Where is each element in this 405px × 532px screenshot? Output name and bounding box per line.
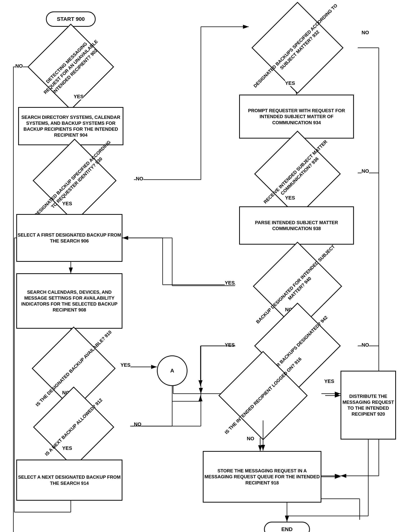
node-920-label: DISTRIBUTE THE MESSAGING REQUEST TO THE … xyxy=(341,393,395,417)
label-916-no: NO xyxy=(247,436,254,442)
label-912-yes: YES xyxy=(62,445,72,451)
label-932-no: NO xyxy=(362,30,369,36)
label-910-yes: YES xyxy=(121,362,130,368)
node-908: SEARCH CALENDARS, DEVICES, AND MESSAGE S… xyxy=(16,273,122,329)
label-912-no: NO xyxy=(134,421,141,427)
node-938-label: PARSE INTENDED SUBJECT MATTER COMMUNICAT… xyxy=(240,220,353,231)
end-node: END xyxy=(264,522,310,532)
label-930-no: NO xyxy=(136,176,143,182)
label-942-yes: YES xyxy=(225,342,235,348)
end-label: END xyxy=(281,526,292,532)
node-912-label: IS A NEXT BACKUP ALLOWED? 912 xyxy=(44,397,104,457)
node-914: SELECT A NEXT DESIGNATED BACKUP FROM THE… xyxy=(16,460,122,501)
node-908-label: SEARCH CALENDARS, DEVICES, AND MESSAGE S… xyxy=(17,289,122,313)
label-936-yes: YES xyxy=(285,195,295,201)
label-916-yes: YES xyxy=(324,378,334,384)
node-912: IS A NEXT BACKUP ALLOWED? 912 xyxy=(15,404,132,450)
label-940-yes: YES xyxy=(225,280,235,286)
label-902-yes: YES xyxy=(74,94,84,99)
label-942-no: NO xyxy=(362,342,369,348)
node-902: DETECTING MESSAGING REQUEST FOR AN UNAVA… xyxy=(25,37,117,97)
circle-a-label: A xyxy=(170,368,174,374)
label-936-no: NO xyxy=(362,168,369,174)
label-902-no: NO xyxy=(15,63,23,69)
node-906: SELECT A FIRST DESIGNATED BACKUP FROM TH… xyxy=(16,214,122,262)
label-932-yes: YES xyxy=(285,80,295,86)
node-918-label: STORE THE MESSAGING REQUEST IN A MESSAGI… xyxy=(203,468,321,486)
node-902-label: DETECTING MESSAGING REQUEST FOR AN UNAVA… xyxy=(37,33,105,101)
node-906-label: SELECT A FIRST DESIGNATED BACKUP FROM TH… xyxy=(17,232,122,244)
node-930: DESIGNATED BACKUP SPECIFIED ACCORDING TO… xyxy=(15,158,134,204)
node-932: DESIGNATED BACKUPS SPECIFIED ACCORDING T… xyxy=(235,12,360,84)
circle-a: A xyxy=(157,355,188,386)
node-920: DISTRIBUTE THE MESSAGING REQUEST TO THE … xyxy=(341,371,396,440)
node-910: IS THE DESIGNATED BACKUP AVAILABLE? 910 xyxy=(15,344,132,393)
flowchart-container: START 900 DETECTING MESSAGING REQUEST FO… xyxy=(0,0,405,532)
node-930-label: DESIGNATED BACKUP SPECIFIED ACCORDING TO… xyxy=(32,138,117,223)
node-934-label: PROMPT REQUESTER WITH REQUEST FOR INTEND… xyxy=(240,108,353,125)
node-932-label: DESIGNATED BACKUPS SPECIFIED ACCORDING T… xyxy=(252,2,343,93)
node-914-label: SELECT A NEXT DESIGNATED BACKUP FROM THE… xyxy=(17,474,122,486)
node-936: RECEIVE INTENDED SUBJECT MATTER COMMUNIC… xyxy=(235,151,360,197)
node-918: STORE THE MESSAGING REQUEST IN A MESSAGI… xyxy=(203,451,321,503)
node-938: PARSE INTENDED SUBJECT MATTER COMMUNICAT… xyxy=(239,206,354,245)
label-930-yes: YES xyxy=(62,201,72,207)
node-916: IS THE INTENDED RECIPIENT LOGGED ON? 916 xyxy=(201,371,325,420)
